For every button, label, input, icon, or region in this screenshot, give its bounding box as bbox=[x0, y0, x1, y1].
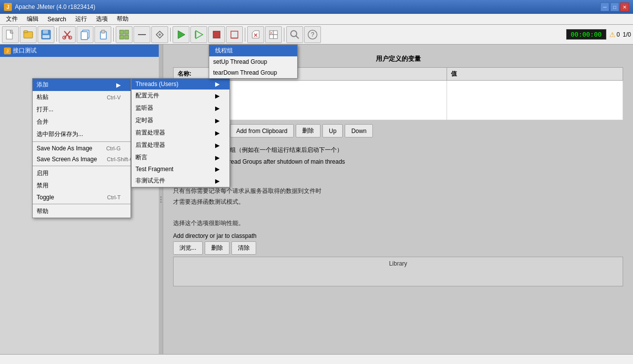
menu-disable[interactable]: 禁用 bbox=[33, 180, 131, 192]
library-label: Library bbox=[389, 260, 407, 267]
toolbar-sep-3 bbox=[170, 28, 171, 42]
svg-marker-21 bbox=[196, 31, 203, 39]
menu-edit[interactable]: 编辑 bbox=[23, 14, 43, 24]
menu-save-screen[interactable]: Save Screen As Image Ctrl-Shift-G bbox=[33, 154, 131, 165]
submenu-post-label: 后置处理器 bbox=[136, 141, 165, 149]
svg-rect-12 bbox=[81, 32, 88, 40]
timer-display: 00:00:00 bbox=[566, 29, 606, 40]
menu-run[interactable]: 运行 bbox=[71, 14, 91, 24]
play-button[interactable] bbox=[173, 26, 189, 43]
menu-add-arrow: ▶ bbox=[116, 82, 121, 89]
save-button[interactable] bbox=[38, 26, 54, 43]
divider-dot-3 bbox=[160, 201, 162, 203]
setup-thread-group[interactable]: setUp Thread Group bbox=[209, 56, 297, 67]
toolbar-sep-4 bbox=[245, 28, 245, 42]
submenu-config[interactable]: 配置元件 ▶ bbox=[132, 90, 229, 102]
menu-toggle[interactable]: Toggle Ctrl-T bbox=[33, 192, 131, 203]
menu-disable-label: 禁用 bbox=[37, 182, 48, 190]
minimize-button[interactable]: ─ bbox=[600, 2, 609, 11]
toolbar-sep-5 bbox=[284, 28, 284, 42]
teardown-thread-group[interactable]: tearDown Thread Group bbox=[209, 67, 297, 78]
svg-rect-15 bbox=[120, 30, 124, 34]
submenu-config-label: 配置元件 bbox=[136, 91, 159, 100]
toggle-button[interactable] bbox=[151, 26, 168, 43]
toggle-icon bbox=[154, 29, 165, 40]
expand-button[interactable] bbox=[116, 26, 133, 43]
down-button[interactable]: Down bbox=[345, 124, 373, 137]
close-button[interactable]: ✕ bbox=[620, 2, 629, 11]
stop-button[interactable] bbox=[208, 26, 225, 43]
collapse-button[interactable] bbox=[134, 26, 150, 43]
copy-icon bbox=[80, 29, 90, 40]
paste-button[interactable] bbox=[94, 26, 111, 43]
menu-enable[interactable]: 启用 bbox=[33, 167, 131, 180]
submenu-test-fragment[interactable]: Test Fragment ▶ bbox=[132, 164, 229, 175]
menu-toggle-shortcut: Ctrl-T bbox=[107, 194, 121, 200]
browse-button[interactable]: 浏览... bbox=[173, 241, 203, 255]
title-bar-controls[interactable]: ─ □ ✕ bbox=[600, 2, 629, 11]
submenu-assertion-label: 断言 bbox=[136, 153, 147, 162]
classpath-buttons: 浏览... 删除 清除 bbox=[173, 241, 623, 255]
left-panel: J 接口测试 添加 ▶ 粘贴 Ctrl-V 打开... 合并 选中部分保存为..… bbox=[0, 45, 163, 354]
svg-rect-31 bbox=[273, 31, 277, 35]
search-button[interactable] bbox=[286, 26, 303, 43]
submenu-assertion-arrow: ▶ bbox=[215, 154, 220, 161]
classpath-clear-button[interactable]: 清除 bbox=[231, 241, 256, 255]
svg-marker-20 bbox=[178, 31, 185, 39]
title-bar: J Apache JMeter (4.0 r1823414) ─ □ ✕ bbox=[0, 0, 633, 14]
submenu-timer[interactable]: 定时器 ▶ bbox=[132, 114, 229, 127]
title-bar-left: J Apache JMeter (4.0 r1823414) bbox=[4, 3, 95, 11]
expand-icon bbox=[119, 29, 130, 40]
restore-button[interactable]: □ bbox=[610, 2, 619, 11]
submenu-listener-label: 监听器 bbox=[136, 104, 153, 112]
menu-merge-label: 合并 bbox=[37, 118, 48, 126]
menu-add[interactable]: 添加 ▶ bbox=[33, 79, 131, 91]
paste-icon bbox=[97, 29, 108, 40]
menu-sep-2 bbox=[33, 166, 131, 166]
delete-button[interactable]: 删除 bbox=[296, 124, 320, 137]
submenu-threads-users[interactable]: Threads (Users) ▶ bbox=[132, 79, 229, 90]
divider-dot-2 bbox=[160, 199, 162, 200]
classpath-delete-button[interactable]: 删除 bbox=[205, 241, 229, 255]
menu-help-item[interactable]: 帮助 bbox=[33, 205, 131, 218]
menu-open-label: 打开... bbox=[37, 105, 53, 114]
desc-line-2: 才需要选择函数测试模式。 bbox=[173, 197, 623, 208]
open-button[interactable] bbox=[20, 26, 37, 43]
new-button[interactable] bbox=[2, 26, 19, 43]
clear-button[interactable] bbox=[247, 26, 264, 43]
search-icon bbox=[289, 29, 300, 40]
clear-all-button[interactable] bbox=[265, 26, 282, 43]
menu-open[interactable]: 打开... bbox=[33, 103, 131, 116]
copy-button[interactable] bbox=[77, 26, 93, 43]
menu-save-node[interactable]: Save Node As Image Ctrl-G bbox=[33, 143, 131, 154]
submenu-post-processor[interactable]: 后置处理器 ▶ bbox=[132, 139, 229, 151]
menu-search[interactable]: Search bbox=[44, 14, 70, 24]
submenu-assertion[interactable]: 断言 ▶ bbox=[132, 151, 229, 164]
classpath-label: Add directory or jar to classpath bbox=[173, 232, 623, 239]
menu-save-selected[interactable]: 选中部分保存为... bbox=[33, 128, 131, 140]
help-button[interactable]: ? bbox=[304, 26, 321, 43]
svg-rect-5 bbox=[43, 30, 48, 34]
tree-node-root[interactable]: J 接口测试 bbox=[0, 45, 163, 57]
menu-file[interactable]: 文件 bbox=[2, 14, 22, 24]
menu-help[interactable]: 帮助 bbox=[113, 14, 133, 24]
submenu-pre-arrow: ▶ bbox=[215, 130, 220, 136]
option-row-1: 独立运行每个线程组（例如在一个组运行结束后启动下一个） bbox=[173, 144, 623, 156]
menu-paste[interactable]: 粘贴 Ctrl-V bbox=[33, 91, 131, 103]
menu-merge[interactable]: 合并 bbox=[33, 116, 131, 128]
play-from-button[interactable] bbox=[190, 26, 207, 43]
shutdown-button[interactable] bbox=[226, 26, 243, 43]
submenu-timer-arrow: ▶ bbox=[215, 117, 220, 124]
submenu-non-test[interactable]: 非测试元件 ▶ bbox=[132, 175, 229, 187]
description-text: 只有当你需要记录每个请求从服务器取得的数据到文件时 才需要选择函数测试模式。 选… bbox=[173, 182, 623, 228]
up-button[interactable]: Up bbox=[322, 124, 343, 137]
submenu-listener[interactable]: 监听器 ▶ bbox=[132, 102, 229, 114]
menu-save-node-shortcut: Ctrl-G bbox=[106, 145, 121, 151]
submenu-pre-label: 前置处理器 bbox=[136, 129, 165, 137]
add-from-clipboard-button[interactable]: Add from Clipboard bbox=[230, 124, 294, 137]
cut-icon bbox=[62, 29, 73, 40]
submenu-pre-processor[interactable]: 前置处理器 ▶ bbox=[132, 127, 229, 139]
menu-options[interactable]: 选项 bbox=[92, 14, 112, 24]
tree-node-label: 接口测试 bbox=[13, 46, 37, 55]
cut-button[interactable] bbox=[59, 26, 76, 43]
